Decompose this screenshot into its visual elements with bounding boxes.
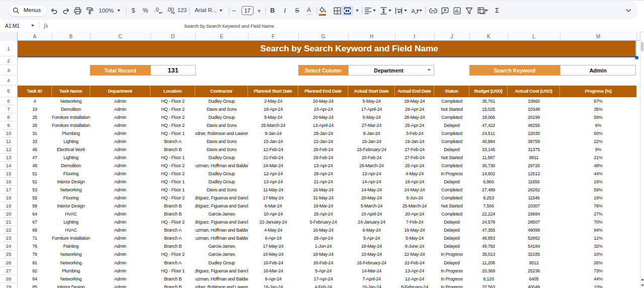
svg-text:A: A — [412, 8, 416, 14]
